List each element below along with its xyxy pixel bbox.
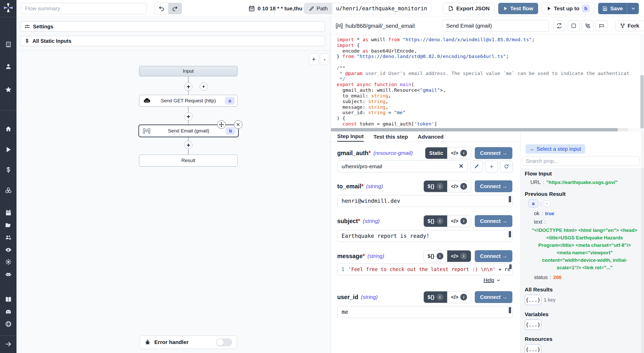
docs-book-icon[interactable] (4, 296, 12, 303)
redo-button[interactable] (168, 3, 182, 14)
expand-editor-button[interactable] (568, 20, 580, 31)
connect-button[interactable]: Connect → (475, 180, 512, 192)
info-icon[interactable]: i (460, 218, 467, 224)
resources-cubes-icon[interactable] (4, 186, 12, 194)
refresh-resource-button[interactable] (500, 161, 513, 172)
message-code-editor[interactable]: 1 'Feel free to check out the latest rep… (337, 263, 513, 275)
collapse-button[interactable]: - (544, 200, 550, 207)
collapse-arrow-right-icon[interactable] (4, 340, 12, 348)
info-icon[interactable]: i (437, 294, 443, 300)
variables-expand-button[interactable]: {...} (525, 320, 541, 330)
mode-static[interactable]: Static (425, 147, 447, 159)
code-editor[interactable]: import * as wmill from "https://deno.lan… (331, 35, 640, 128)
groups-users-gear-icon[interactable] (4, 233, 12, 241)
connect-button[interactable]: Connect → (475, 291, 512, 303)
test-flow-button[interactable]: Test flow (498, 3, 538, 14)
fork-script-button[interactable]: Fork (615, 20, 644, 31)
export-json-button[interactable]: Export JSON (443, 3, 495, 14)
info-icon[interactable]: i (460, 253, 467, 259)
settings-gear-icon[interactable] (4, 258, 12, 266)
schedules-calendar-icon[interactable] (4, 209, 12, 216)
clear-resource-button[interactable]: ✕ (459, 163, 464, 170)
sync-script-button[interactable] (553, 20, 565, 31)
tab-advanced[interactable]: Advanced (418, 132, 443, 142)
text-value[interactable]: "<!DOCTYPE html> <html lang="en"> <head>… (531, 226, 638, 271)
user-id-input[interactable] (337, 306, 513, 318)
flow-settings-button[interactable]: Settings (21, 21, 325, 32)
folders-icon[interactable] (4, 221, 12, 229)
mode-template[interactable]: ${}i (424, 181, 447, 192)
resources-expand-button[interactable]: {...} (525, 344, 541, 353)
github-icon[interactable] (4, 320, 12, 328)
mode-code[interactable]: </>i (447, 250, 471, 262)
error-handler-card[interactable]: Error handler (140, 335, 237, 349)
info-icon[interactable]: i (460, 150, 467, 156)
flow-node-input[interactable]: Input (139, 66, 238, 76)
info-icon[interactable]: i (460, 183, 467, 190)
step-a-badge[interactable]: a (528, 200, 538, 207)
zoom-out-button[interactable]: - (320, 54, 329, 65)
flow-node-result[interactable]: Result (139, 155, 238, 166)
windmill-logo-icon[interactable] (3, 3, 13, 13)
mode-template[interactable]: ${}i (424, 250, 447, 262)
discord-icon[interactable] (4, 308, 12, 316)
help-link[interactable]: Help (484, 277, 501, 283)
prop-row-status[interactable]: status : 200 (534, 274, 640, 280)
prop-row-text[interactable]: text : (534, 219, 640, 225)
edit-resource-button[interactable] (470, 161, 483, 172)
add-resource-button[interactable]: + (485, 161, 498, 172)
zoom-in-button[interactable]: + (309, 54, 318, 65)
flow-input-url-row[interactable]: URL : "https://earthquake.usgs.gov/" (530, 179, 640, 185)
schedule-display[interactable]: 0 10 18 * * tue,thu (248, 0, 302, 17)
tab-step-input[interactable]: Step Input (337, 132, 364, 142)
mode-template[interactable]: ${}i (424, 291, 447, 303)
url-value[interactable]: "https://earthquake.usgs.gov/" (546, 180, 618, 185)
editor-scrollbar[interactable] (509, 264, 512, 269)
window-scrollbar-track[interactable] (641, 132, 644, 353)
scrollbar-thumb[interactable] (331, 128, 618, 131)
select-step-input-button[interactable]: ← Select a step input (526, 144, 585, 154)
save-button[interactable]: Save (598, 3, 627, 14)
input-scrollbar[interactable] (509, 196, 511, 202)
audit-eye-icon[interactable] (4, 246, 12, 254)
code-vertical-scrollbar[interactable] (640, 75, 644, 128)
error-handler-toggle[interactable] (216, 338, 232, 346)
add-step-button[interactable] (184, 112, 192, 121)
workers-robot-icon[interactable] (4, 270, 12, 278)
favorites-star-icon[interactable] (4, 86, 12, 93)
test-up-to-button[interactable]: Test up to b (542, 3, 595, 14)
save-dropdown-button[interactable] (627, 3, 639, 14)
home-icon[interactable] (4, 125, 12, 133)
move-step-handle[interactable] (217, 120, 226, 129)
all-results-expand-button[interactable]: {...} (525, 295, 541, 305)
subject-input[interactable] (337, 230, 513, 242)
step-title-input[interactable] (442, 20, 549, 32)
add-step-button[interactable] (184, 82, 192, 91)
input-scrollbar[interactable] (509, 307, 511, 313)
mode-code[interactable]: </>i (447, 181, 471, 192)
delete-step-button[interactable] (234, 120, 242, 129)
tab-test-this-step[interactable]: Test this step (374, 132, 408, 142)
edit-path-button[interactable]: Path (304, 3, 332, 14)
flow-summary-input[interactable] (21, 3, 147, 14)
input-scrollbar[interactable] (509, 231, 511, 237)
gmail-auth-resource-input[interactable] (337, 161, 468, 172)
connect-button[interactable]: Connect → (475, 215, 512, 227)
mode-template[interactable]: ${}i (424, 215, 447, 227)
undo-button[interactable] (155, 3, 168, 14)
connect-button[interactable]: Connect → (475, 250, 512, 262)
user-icon[interactable] (4, 63, 12, 70)
info-icon[interactable]: i (437, 183, 443, 190)
flow-node-send-email-selected[interactable]: Send Email (gmail) b (138, 124, 239, 137)
flow-node-get-request[interactable]: HTTP Send GET Request (http) a (139, 95, 238, 107)
info-icon[interactable]: i (437, 218, 443, 224)
mode-code[interactable]: </>i (447, 147, 471, 159)
code-horizontal-scrollbar[interactable] (331, 128, 628, 131)
webhook-phone-button[interactable] (582, 20, 594, 31)
mode-code[interactable]: </>i (447, 291, 471, 303)
diff-flag-button[interactable] (596, 20, 607, 31)
runs-play-icon[interactable] (4, 146, 12, 153)
connect-button[interactable]: Connect → (475, 147, 512, 159)
prop-row-ok[interactable]: ok : true (534, 211, 640, 216)
variables-dollar-icon[interactable] (4, 166, 12, 174)
